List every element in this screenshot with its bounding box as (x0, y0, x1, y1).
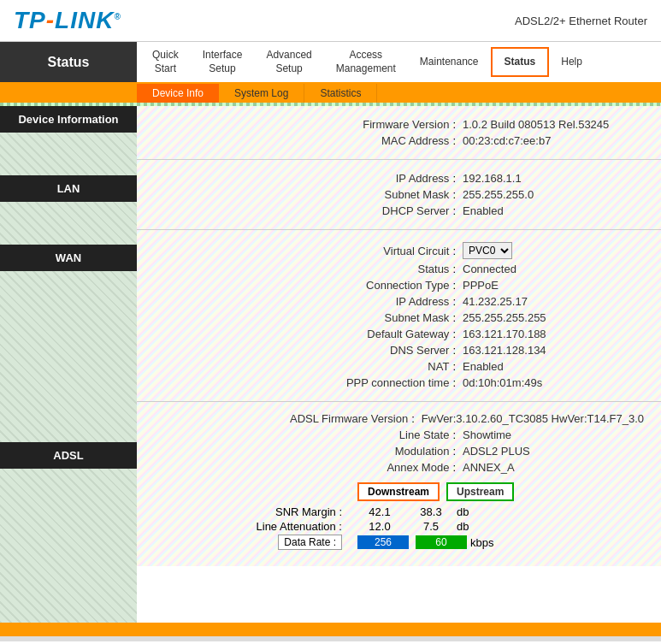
wan-nat-value: Enabled (456, 360, 644, 373)
mac-value: 00:23:cd:c7:ee:b7 (456, 134, 644, 147)
ds-us-header-row: Downstream Upstream (154, 482, 644, 501)
rate-unit: kbps (467, 536, 493, 549)
adsl-modulation-value: ADSL2 PLUS (456, 445, 644, 458)
sidebar-gap-4 (0, 469, 137, 623)
lan-dhcp-label: DHCP Server (278, 204, 449, 217)
firmware-row: Firmware Version : 1.0.2 Build 080513 Re… (154, 116, 644, 133)
wan-conntype-value: PPPoE (456, 279, 644, 292)
snr-unit: db (453, 505, 469, 518)
firmware-value: 1.0.2 Build 080513 Rel.53245 (456, 118, 644, 131)
wan-gw-value: 163.121.170.188 (456, 328, 644, 340)
wan-ppp-row: PPP connection time : 0d:10h:01m:49s (154, 375, 644, 391)
firmware-colon: : (449, 118, 456, 131)
nav-item-access-management[interactable]: Access Management (324, 42, 408, 82)
sidebar-section-device-information: Device Information (0, 106, 137, 133)
snr-us-value: 38.3 (402, 505, 453, 518)
sub-nav-device-info[interactable]: Device Info (137, 84, 219, 103)
sidebar-section-adsl: ADSL (0, 442, 137, 469)
nav-items: Quick Start Interface Setup Advanced Set… (137, 42, 661, 82)
wan-conntype-row: Connection Type : PPPoE (154, 277, 644, 293)
adsl-modulation-label: Modulation (278, 445, 449, 458)
nav-item-help[interactable]: Help (549, 49, 594, 76)
footer-strip (0, 623, 661, 636)
firmware-label: Firmware Version (278, 118, 449, 131)
wan-gw-row: Default Gateway : 163.121.170.188 (154, 326, 644, 342)
wan-ip-value: 41.232.25.17 (456, 295, 644, 308)
sidebar-gap-3 (0, 271, 137, 442)
lan-ip-label: IP Address (278, 172, 449, 185)
sidebar-section-lan: LAN (0, 175, 137, 202)
wan-status-label: Status (278, 263, 449, 275)
mac-row: MAC Address : 00:23:cd:c7:ee:b7 (154, 133, 644, 149)
wan-vc-label: Virtual Circuit (278, 245, 449, 257)
wan-subnet-value: 255.255.255.255 (456, 311, 644, 324)
lan-subnet-label: Subnet Mask (278, 188, 449, 201)
device-info-section: Firmware Version : 1.0.2 Build 080513 Re… (137, 106, 661, 160)
ds-us-container: Downstream Upstream SNR Margin : 42.1 38… (154, 482, 644, 551)
sidebar-gap-1 (0, 133, 137, 175)
adsl-annex-row: Annex Mode : ANNEX_A (154, 459, 644, 476)
adsl-annex-label: Annex Mode (278, 461, 449, 474)
mac-colon: : (449, 134, 456, 147)
upstream-button[interactable]: Upstream (446, 482, 514, 501)
lan-section: IP Address : 192.168.1.1 Subnet Mask : 2… (137, 160, 661, 230)
snr-ds-value: 42.1 (351, 505, 402, 518)
wan-ip-label: IP Address (278, 295, 449, 308)
rate-us-value: 60 (416, 535, 467, 549)
wan-subnet-label: Subnet Mask (278, 311, 449, 324)
wan-gw-label: Default Gateway (278, 328, 449, 340)
wan-status-value: Connected (456, 263, 644, 275)
rate-label: Data Rate : (278, 535, 342, 550)
wan-conntype-label: Connection Type (278, 279, 449, 292)
downstream-button[interactable]: Downstream (357, 482, 440, 501)
wan-nat-row: NAT : Enabled (154, 358, 644, 375)
lan-subnet-row: Subnet Mask : 255.255.255.0 (154, 186, 644, 203)
wan-dns-value: 163.121.128.134 (456, 344, 644, 357)
wan-vc-value[interactable]: PVC0PVC1PVC2PVC3 PVC4PVC5PVC6PVC7 (456, 242, 644, 259)
sub-nav: Device Info System Log Statistics (0, 84, 661, 103)
sub-nav-system-log[interactable]: System Log (219, 84, 304, 103)
nav-item-status[interactable]: Status (491, 47, 550, 78)
wan-ip-row: IP Address : 41.232.25.17 (154, 293, 644, 310)
nav-item-quick-start[interactable]: Quick Start (140, 42, 191, 82)
header: TP-LINK® ADSL2/2+ Ethernet Router (0, 0, 661, 42)
atten-ds-value: 12.0 (351, 520, 402, 533)
nav-item-maintenance[interactable]: Maintenance (408, 49, 491, 76)
adsl-annex-value: ANNEX_A (456, 461, 644, 474)
nav-item-advanced-setup[interactable]: Advanced Setup (254, 42, 323, 82)
wan-vc-select[interactable]: PVC0PVC1PVC2PVC3 PVC4PVC5PVC6PVC7 (463, 242, 512, 259)
adsl-section: ADSL Firmware Version : FwVer:3.10.2.60_… (137, 402, 661, 566)
lan-subnet-value: 255.255.255.0 (456, 188, 644, 201)
wan-ppp-value: 0d:10h:01m:49s (456, 376, 644, 389)
atten-unit: db (453, 520, 469, 533)
router-title: ADSL2/2+ Ethernet Router (515, 15, 647, 27)
nav-item-interface-setup[interactable]: Interface Setup (191, 42, 255, 82)
wan-ppp-label: PPP connection time (278, 376, 449, 389)
wan-dns-label: DNS Server (278, 344, 449, 357)
mac-label: MAC Address (278, 134, 449, 147)
lan-ip-row: IP Address : 192.168.1.1 (154, 170, 644, 186)
rate-row: Data Rate : 256 60 kbps (154, 534, 644, 551)
atten-label: Line Attenuation : (171, 520, 342, 533)
sub-nav-statistics[interactable]: Statistics (304, 84, 377, 103)
nav-status-label: Status (0, 42, 137, 82)
footer-strip2 (0, 636, 661, 641)
wan-subnet-row: Subnet Mask : 255.255.255.255 (154, 310, 644, 326)
nav-bar: Status Quick Start Interface Setup Advan… (0, 42, 661, 84)
lan-dhcp-value: Enabled (456, 204, 644, 217)
adsl-modulation-row: Modulation : ADSL2 PLUS (154, 443, 644, 459)
atten-us-value: 7.5 (402, 520, 453, 533)
adsl-fw-value: FwVer:3.10.2.60_TC3085 HwVer:T14.F7_3.0 (415, 412, 644, 425)
wan-dns-row: DNS Server : 163.121.128.134 (154, 342, 644, 358)
wan-status-row: Status : Connected (154, 261, 644, 277)
wan-nat-label: NAT (278, 360, 449, 373)
lan-ip-value: 192.168.1.1 (456, 172, 644, 185)
main-content: Firmware Version : 1.0.2 Build 080513 Re… (137, 106, 661, 623)
adsl-linestate-value: Showtime (456, 428, 644, 441)
content: Device Information LAN WAN ADSL Firmware… (0, 106, 661, 623)
sidebar-section-wan: WAN (0, 245, 137, 271)
wan-vc-row: Virtual Circuit : PVC0PVC1PVC2PVC3 PVC4P… (154, 240, 644, 261)
adsl-fw-label: ADSL Firmware Version (237, 412, 408, 425)
wan-section: Virtual Circuit : PVC0PVC1PVC2PVC3 PVC4P… (137, 230, 661, 402)
adsl-linestate-label: Line State (278, 428, 449, 441)
